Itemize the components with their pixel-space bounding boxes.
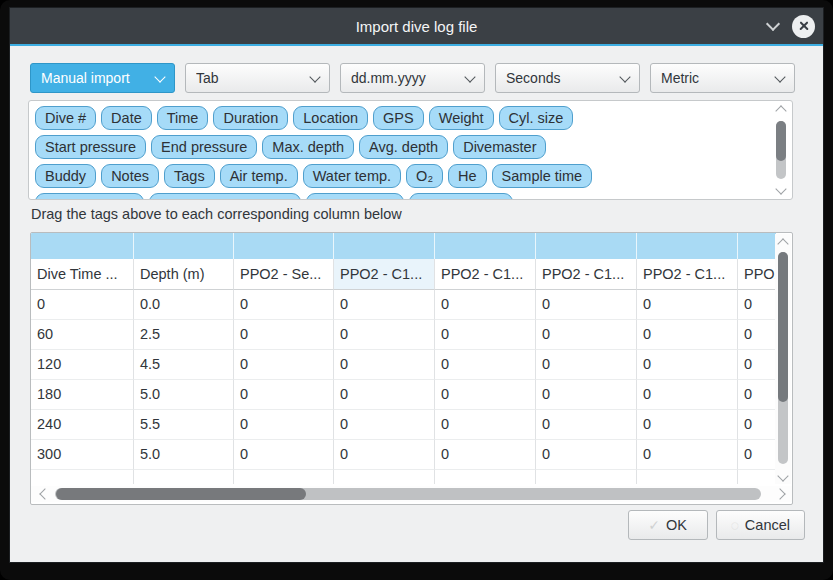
ok-button[interactable]: ✓ OK (628, 510, 708, 540)
tag-tags[interactable]: Tags (164, 164, 215, 188)
table-cell: 0 (738, 440, 776, 470)
drop-target-cell[interactable] (536, 233, 637, 259)
column-header-cell: PPO2 - C1... (637, 259, 738, 290)
column-header-cell: PPO2 - Se... (234, 259, 334, 290)
source-dropdown[interactable]: Manual import (30, 63, 175, 93)
tag-end-pressure[interactable]: End pressure (151, 135, 257, 159)
table-cell: 0 (234, 410, 334, 440)
table-row: 602.5000000 (31, 320, 776, 350)
tag-sample-po-[interactable]: Sample pO₂ (306, 193, 404, 200)
column-header-cell: PPO2 - C1... (334, 259, 435, 290)
table-cell (31, 470, 134, 484)
table-cell (637, 470, 738, 484)
table-cell: 180 (31, 380, 134, 410)
table-horizontal-scrollbar[interactable] (31, 486, 792, 502)
table-cell: 0 (435, 320, 536, 350)
tag-cyl-size[interactable]: Cyl. size (499, 106, 574, 130)
close-icon[interactable] (792, 15, 815, 38)
column-header-cell: Depth (m) (134, 259, 234, 290)
tags-scroll-track[interactable] (776, 121, 786, 179)
table-cell: 0 (234, 380, 334, 410)
drop-target-cell[interactable] (637, 233, 738, 259)
tag-sample-temperature[interactable]: Sample temperature (149, 193, 300, 200)
table-cell: 60 (31, 320, 134, 350)
tags-scroll-thumb[interactable] (776, 121, 786, 161)
drop-target-cell[interactable] (31, 233, 134, 259)
cancel-button-label: Cancel (745, 517, 790, 533)
tag-sample-depth[interactable]: Sample depth (35, 193, 144, 200)
table-cell: 120 (31, 350, 134, 380)
tag-divemaster[interactable]: Divemaster (453, 135, 546, 159)
tag-sample-time[interactable]: Sample time (492, 164, 593, 188)
tag-time[interactable]: Time (157, 106, 209, 130)
table-cell: 0 (738, 290, 776, 320)
table-cell: 5.5 (134, 410, 234, 440)
chevron-down-icon[interactable] (766, 17, 780, 31)
tags-panel: Dive #DateTimeDurationLocationGPSWeightC… (28, 100, 793, 200)
titlebar[interactable]: Import dive log file (10, 8, 823, 44)
table-cell: 0 (536, 380, 637, 410)
drop-target-cell[interactable] (134, 233, 234, 259)
table-row: 2405.5000000 (31, 410, 776, 440)
tag-water-temp-[interactable]: Water temp. (303, 164, 401, 188)
tag-row: Dive #DateTimeDurationLocationGPSWeightC… (35, 106, 765, 130)
tag-duration[interactable]: Duration (213, 106, 288, 130)
units-value: Metric (661, 70, 776, 86)
tag-he[interactable]: He (448, 164, 487, 188)
table-cell: 0 (234, 440, 334, 470)
table-vertical-scrollbar[interactable] (775, 234, 791, 484)
duration-format-dropdown[interactable]: Seconds (495, 63, 640, 93)
table-cell: 240 (31, 410, 134, 440)
table-cell: 0 (31, 290, 134, 320)
scroll-right-icon[interactable] (774, 488, 785, 499)
tag-buddy[interactable]: Buddy (35, 164, 96, 188)
v-scroll-track[interactable] (778, 252, 788, 464)
drop-target-cell[interactable] (738, 233, 776, 259)
tag-max-depth[interactable]: Max. depth (262, 135, 354, 159)
scroll-down-icon[interactable] (775, 183, 786, 194)
tag-air-temp-[interactable]: Air temp. (220, 164, 298, 188)
scroll-up-icon[interactable] (775, 105, 786, 116)
table-cell: 300 (31, 440, 134, 470)
cancel-icon: ◌ (731, 517, 739, 533)
units-dropdown[interactable]: Metric (650, 63, 795, 93)
tag-start-pressure[interactable]: Start pressure (35, 135, 146, 159)
table-cell: 0 (435, 440, 536, 470)
check-icon: ✓ (648, 517, 660, 533)
drop-target-cell[interactable] (435, 233, 536, 259)
table-cell: 0 (637, 410, 738, 440)
tag-location[interactable]: Location (293, 106, 368, 130)
tag-row: Start pressureEnd pressureMax. depthAvg.… (35, 135, 765, 159)
table-cell: 0 (334, 290, 435, 320)
tag-dive-[interactable]: Dive # (35, 106, 96, 130)
table-cell: 0 (637, 290, 738, 320)
drop-target-cell[interactable] (234, 233, 334, 259)
table-cell: 5.0 (134, 380, 234, 410)
v-scroll-thumb[interactable] (778, 252, 788, 402)
scroll-left-icon[interactable] (39, 488, 50, 499)
dialog-title: Import dive log file (356, 18, 478, 35)
tag-o-[interactable]: O₂ (406, 164, 443, 188)
tags-scrollbar[interactable] (774, 105, 788, 195)
table-row: 3005.0000000 (31, 440, 776, 470)
table-cell (134, 470, 234, 484)
tag-notes[interactable]: Notes (101, 164, 159, 188)
table-cell (738, 470, 776, 484)
scroll-down-icon[interactable] (777, 470, 788, 481)
table-cell: 0 (738, 350, 776, 380)
field-separator-dropdown[interactable]: Tab (185, 63, 330, 93)
scroll-up-icon[interactable] (777, 238, 788, 249)
column-header-cell: PPO2 (738, 259, 776, 290)
tag-gps[interactable]: GPS (373, 106, 424, 130)
tag-sample-cns[interactable]: Sample CNS (409, 193, 513, 200)
table-cell: 0 (637, 350, 738, 380)
drop-target-cell[interactable] (334, 233, 435, 259)
h-scroll-thumb[interactable] (56, 488, 306, 500)
tag-date[interactable]: Date (101, 106, 152, 130)
tag-weight[interactable]: Weight (429, 106, 494, 130)
table-cell: 0.0 (134, 290, 234, 320)
tag-avg-depth[interactable]: Avg. depth (359, 135, 448, 159)
date-format-dropdown[interactable]: dd.mm.yyyy (340, 63, 485, 93)
h-scroll-track[interactable] (55, 488, 761, 500)
cancel-button[interactable]: ◌ Cancel (716, 510, 805, 540)
